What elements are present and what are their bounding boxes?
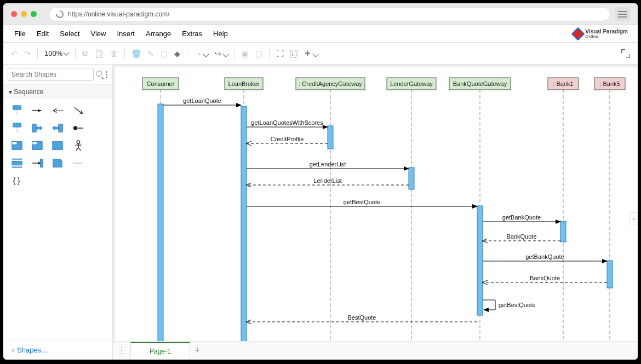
chevron-down-icon bbox=[64, 49, 70, 55]
add-page-button[interactable]: + bbox=[194, 345, 201, 356]
titlebar: https://online.visual-paradigm.com/ bbox=[3, 3, 638, 25]
delete-button[interactable]: 🗑 bbox=[110, 49, 118, 58]
shape-actor[interactable] bbox=[69, 138, 87, 153]
shape-activation-return[interactable] bbox=[49, 121, 67, 135]
shape-activation[interactable] bbox=[28, 121, 46, 135]
svg-point-12 bbox=[73, 126, 77, 130]
menu-file[interactable]: File bbox=[9, 26, 31, 41]
refresh-icon[interactable] bbox=[54, 9, 65, 20]
shape-constraint[interactable]: { } bbox=[8, 174, 26, 188]
menu-arrange[interactable]: Arrange bbox=[140, 26, 176, 41]
minimize-window-icon[interactable] bbox=[21, 11, 27, 17]
style-button[interactable]: ◆ bbox=[174, 49, 180, 58]
svg-rect-15 bbox=[12, 142, 17, 145]
fill-button[interactable]: 🪣 bbox=[131, 49, 141, 58]
undo-button[interactable]: ↶ bbox=[11, 49, 18, 58]
search-icon[interactable] bbox=[96, 71, 104, 78]
paste-button[interactable]: 📋 bbox=[94, 49, 104, 58]
search-input[interactable] bbox=[8, 68, 94, 81]
shape-lifeline[interactable] bbox=[8, 103, 26, 118]
chevron-down-icon bbox=[203, 51, 209, 57]
category-sequence[interactable]: ▾ Sequence bbox=[3, 85, 112, 99]
svg-marker-17 bbox=[32, 142, 37, 145]
svg-rect-55 bbox=[158, 104, 163, 341]
logo-icon bbox=[571, 27, 585, 41]
svg-text:: Bank5: : Bank5 bbox=[599, 80, 620, 87]
menu-select[interactable]: Select bbox=[54, 26, 85, 41]
tab-page-1[interactable]: Page-1 bbox=[130, 342, 190, 360]
svg-text:getBestQuote: getBestQuote bbox=[344, 199, 380, 205]
svg-rect-18 bbox=[53, 142, 62, 150]
svg-text:BankQuoteGateway: BankQuoteGateway bbox=[453, 80, 507, 87]
shapes-panel: ▾ Sequence bbox=[3, 65, 113, 360]
linecolor-button[interactable]: ✎ bbox=[147, 49, 154, 58]
svg-text:getLenderList: getLenderList bbox=[310, 161, 346, 167]
fullscreen-icon[interactable] bbox=[621, 49, 630, 58]
zoom-selector[interactable]: 100% bbox=[44, 49, 68, 57]
url-bar[interactable]: https://online.visual-paradigm.com/ bbox=[49, 7, 610, 21]
hamburger-icon[interactable] bbox=[615, 7, 630, 21]
more-icon[interactable] bbox=[106, 71, 108, 78]
svg-text:getBankQuote: getBankQuote bbox=[525, 253, 564, 260]
format-panel-toggle[interactable]: ‹ bbox=[629, 212, 638, 224]
maximize-window-icon[interactable] bbox=[31, 11, 37, 17]
menu-edit[interactable]: Edit bbox=[31, 26, 54, 41]
shape-frame1[interactable] bbox=[8, 138, 26, 153]
container-button[interactable]: ⿴ bbox=[290, 49, 298, 58]
svg-point-19 bbox=[77, 141, 80, 144]
shapes-grid: { } bbox=[3, 99, 112, 192]
svg-rect-61 bbox=[607, 261, 613, 288]
shape-gate[interactable] bbox=[28, 156, 46, 170]
shape-concurrent[interactable] bbox=[8, 156, 26, 170]
svg-rect-8 bbox=[32, 124, 36, 132]
menu-view[interactable]: View bbox=[85, 26, 112, 41]
fit-button[interactable]: ⛶ bbox=[276, 49, 284, 58]
svg-rect-29 bbox=[41, 159, 43, 167]
add-button[interactable]: + bbox=[305, 48, 318, 59]
svg-marker-11 bbox=[53, 126, 59, 130]
svg-rect-10 bbox=[59, 124, 62, 132]
menu-extras[interactable]: Extras bbox=[176, 26, 208, 41]
svg-text:: CreditAgencyGateway: : CreditAgencyGateway bbox=[299, 80, 362, 87]
back-button[interactable]: ▢ bbox=[255, 49, 262, 58]
shape-divider[interactable] bbox=[69, 156, 87, 170]
svg-line-5 bbox=[75, 108, 83, 114]
drag-handle-icon[interactable]: ⋮ bbox=[117, 345, 126, 356]
svg-marker-3 bbox=[38, 109, 42, 112]
shape-ref[interactable] bbox=[49, 138, 67, 153]
close-window-icon[interactable] bbox=[11, 11, 17, 17]
chevron-down-icon bbox=[312, 51, 318, 57]
svg-rect-0 bbox=[13, 106, 21, 109]
front-button[interactable]: ▣ bbox=[242, 49, 249, 58]
connector-style-button[interactable]: → bbox=[194, 49, 208, 58]
menu-insert[interactable]: Insert bbox=[111, 26, 140, 41]
svg-marker-30 bbox=[53, 159, 62, 167]
svg-marker-9 bbox=[36, 126, 42, 130]
page-tabs: ⋮ Page-1 + bbox=[113, 341, 638, 360]
shape-async-msg[interactable] bbox=[69, 103, 87, 118]
shadow-button[interactable]: ▢ bbox=[161, 49, 168, 58]
window-controls bbox=[11, 11, 37, 17]
diagram-canvas[interactable]: ConsumerLoanBroker: CreditAgencyGatewayL… bbox=[115, 67, 638, 341]
svg-rect-60 bbox=[560, 221, 566, 242]
shape-return-msg[interactable] bbox=[49, 103, 67, 118]
copy-button[interactable]: ⧉ bbox=[82, 49, 88, 58]
svg-rect-6 bbox=[13, 123, 21, 127]
shape-note[interactable] bbox=[49, 156, 67, 170]
svg-text:LoanBroker: LoanBroker bbox=[228, 80, 260, 87]
svg-text:getLoanQuote: getLoanQuote bbox=[183, 97, 221, 104]
svg-text:getBestQuote: getBestQuote bbox=[499, 302, 535, 308]
menu-help[interactable]: Help bbox=[208, 26, 233, 41]
redo-button[interactable]: ↷ bbox=[24, 49, 31, 58]
svg-text:LenderGateway: LenderGateway bbox=[390, 80, 433, 87]
svg-rect-58 bbox=[409, 167, 414, 189]
svg-rect-24 bbox=[12, 161, 22, 165]
waypoint-button[interactable]: ↪ bbox=[215, 49, 228, 58]
more-shapes-button[interactable]: + Shapes... bbox=[3, 340, 112, 360]
app-logo[interactable]: Visual ParadigmOnline bbox=[573, 29, 632, 39]
shape-actor-lifeline[interactable] bbox=[8, 121, 26, 135]
shape-found-msg[interactable] bbox=[69, 121, 87, 135]
shape-sync-msg[interactable] bbox=[28, 103, 46, 118]
shape-frame2[interactable] bbox=[28, 138, 46, 153]
svg-rect-57 bbox=[328, 126, 333, 149]
